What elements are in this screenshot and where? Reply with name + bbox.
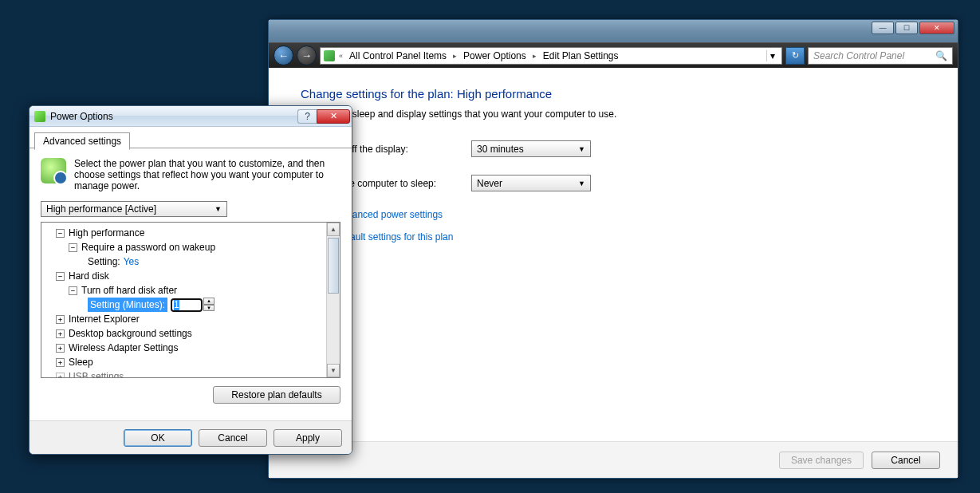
restore-plan-defaults-button[interactable]: Restore plan defaults [213, 386, 340, 404]
power-plan-select[interactable]: High performance [Active] ▼ [41, 201, 227, 217]
forward-button[interactable]: → [297, 45, 317, 65]
chevron-down-icon: ▼ [578, 145, 585, 153]
dialog-intro: Select the power plan that you want to c… [41, 158, 340, 191]
tree-label: High performance [69, 226, 144, 240]
dialog-footer: OK Cancel Apply [30, 420, 352, 454]
tree-node-high-performance[interactable]: − High performance [43, 226, 325, 240]
settings-tree: − High performance − Require a password … [41, 222, 340, 378]
tab-strip: Advanced settings [30, 127, 352, 148]
dialog-intro-text: Select the power plan that you want to c… [74, 158, 340, 191]
ok-button[interactable]: OK [124, 429, 192, 447]
tree-label: Turn off hard disk after [81, 283, 177, 298]
collapse-icon[interactable]: − [69, 243, 77, 252]
minutes-spinner[interactable]: ▲ ▼ [171, 298, 203, 312]
search-input[interactable]: Search Control Panel 🔍 [808, 47, 953, 65]
minutes-input[interactable] [171, 298, 203, 312]
tree-label: Hard disk [69, 269, 109, 283]
chevron-down-icon: ▼ [578, 179, 585, 187]
chevron-right-icon: ▸ [451, 52, 459, 60]
tree-node-desktop-bg[interactable]: + Desktop background settings [43, 326, 325, 341]
display-timeout-select[interactable]: 30 minutes ▼ [471, 140, 591, 157]
setting-row-display: Turn off the display: 30 minutes ▼ [301, 140, 926, 157]
breadcrumb-sep-icon: « [337, 52, 345, 60]
breadcrumb-dropdown-icon[interactable]: ▾ [766, 50, 778, 61]
tree-content: − High performance − Require a password … [41, 223, 326, 377]
select-value: 30 minutes [477, 144, 524, 155]
power-options-dialog: Power Options ? ✕ Advanced settings Sele… [29, 105, 352, 455]
control-panel-window: — ☐ ✕ ← → « All Control Panel Items ▸ Po… [268, 19, 958, 479]
scroll-down-button[interactable]: ▼ [327, 364, 340, 377]
minimize-button[interactable]: — [872, 22, 894, 34]
tree-node-turn-off-hdd[interactable]: − Turn off hard disk after [43, 283, 325, 298]
tree-node-require-password[interactable]: − Require a password on wakeup [43, 240, 325, 254]
tree-node-sleep[interactable]: + Sleep [43, 355, 325, 369]
back-button[interactable]: ← [274, 45, 293, 65]
spinner-down-button[interactable]: ▼ [203, 305, 214, 312]
page-body: Change settings for the plan: High perfo… [269, 68, 958, 441]
expand-icon[interactable]: + [56, 373, 65, 378]
tree-node-usb[interactable]: + USB settings [43, 369, 325, 377]
save-changes-button[interactable]: Save changes [779, 452, 864, 469]
chevron-down-icon: ▼ [214, 205, 222, 213]
window-titlebar[interactable]: — ☐ ✕ [269, 20, 958, 42]
dialog-body: Select the power plan that you want to c… [30, 148, 352, 420]
search-placeholder: Search Control Panel [813, 50, 904, 61]
expand-icon[interactable]: + [56, 344, 65, 353]
chevron-right-icon: ▸ [530, 52, 539, 60]
window-close-button[interactable]: ✕ [919, 22, 954, 34]
scroll-thumb[interactable] [328, 238, 339, 294]
collapse-icon[interactable]: − [56, 272, 65, 281]
tree-label-selected: Setting (Minutes): [88, 298, 167, 312]
power-plan-icon [41, 158, 66, 183]
dialog-close-button[interactable]: ✕ [317, 109, 350, 124]
vertical-scrollbar[interactable]: ▲ ▼ [326, 223, 340, 377]
page-title: Change settings for the plan: High perfo… [301, 87, 926, 101]
tree-value[interactable]: Yes [124, 254, 140, 269]
sleep-timeout-select[interactable]: Never ▼ [471, 175, 591, 191]
link-advanced-settings[interactable]: Change advanced power settings [301, 209, 926, 220]
expand-icon[interactable]: + [56, 358, 65, 367]
breadcrumb[interactable]: « All Control Panel Items ▸ Power Option… [320, 47, 782, 65]
collapse-icon[interactable]: − [56, 229, 65, 238]
select-value: High performance [Active] [46, 203, 156, 215]
tree-label: Sleep [69, 355, 93, 369]
tree-label: Desktop background settings [69, 326, 192, 341]
expand-icon[interactable]: + [56, 329, 65, 338]
tree-label: Require a password on wakeup [81, 240, 215, 254]
page-subtitle: Choose the sleep and display settings th… [301, 108, 926, 120]
cancel-button[interactable]: Cancel [872, 452, 940, 469]
navigation-bar: ← → « All Control Panel Items ▸ Power Op… [269, 42, 958, 68]
expand-icon[interactable]: + [56, 315, 65, 324]
dialog-titlebar[interactable]: Power Options ? ✕ [30, 106, 352, 127]
tree-setting-hdd-minutes[interactable]: Setting (Minutes): ▲ ▼ [43, 298, 325, 312]
control-panel-icon [324, 50, 335, 61]
tree-label: Wireless Adapter Settings [69, 341, 178, 355]
tree-label: Internet Explorer [69, 312, 140, 326]
breadcrumb-item[interactable]: Power Options [461, 50, 529, 61]
scroll-track[interactable] [327, 236, 340, 364]
breadcrumb-item[interactable]: Edit Plan Settings [541, 50, 621, 61]
page-footer: Save changes Cancel [269, 441, 958, 478]
battery-icon [34, 111, 45, 122]
breadcrumb-item[interactable]: All Control Panel Items [347, 50, 449, 61]
dialog-title: Power Options [50, 111, 113, 122]
collapse-icon[interactable]: − [69, 286, 77, 295]
tree-setting-password[interactable]: Setting: Yes [43, 254, 325, 269]
scroll-up-button[interactable]: ▲ [327, 223, 340, 236]
tab-advanced-settings[interactable]: Advanced settings [34, 132, 130, 150]
select-value: Never [477, 178, 502, 189]
tree-node-ie[interactable]: + Internet Explorer [43, 312, 325, 326]
apply-button[interactable]: Apply [274, 429, 342, 447]
link-restore-defaults[interactable]: Restore default settings for this plan [301, 231, 926, 243]
search-icon: 🔍 [935, 50, 947, 61]
help-button[interactable]: ? [297, 109, 317, 124]
refresh-button[interactable]: ↻ [785, 47, 805, 65]
tree-label: Setting: [88, 254, 120, 269]
setting-row-sleep: Put the computer to sleep: Never ▼ [301, 175, 926, 191]
tree-node-hard-disk[interactable]: − Hard disk [43, 269, 325, 283]
tree-node-wireless[interactable]: + Wireless Adapter Settings [43, 341, 325, 355]
maximize-button[interactable]: ☐ [895, 22, 918, 34]
cancel-button[interactable]: Cancel [199, 429, 267, 447]
tree-label: USB settings [69, 369, 124, 377]
